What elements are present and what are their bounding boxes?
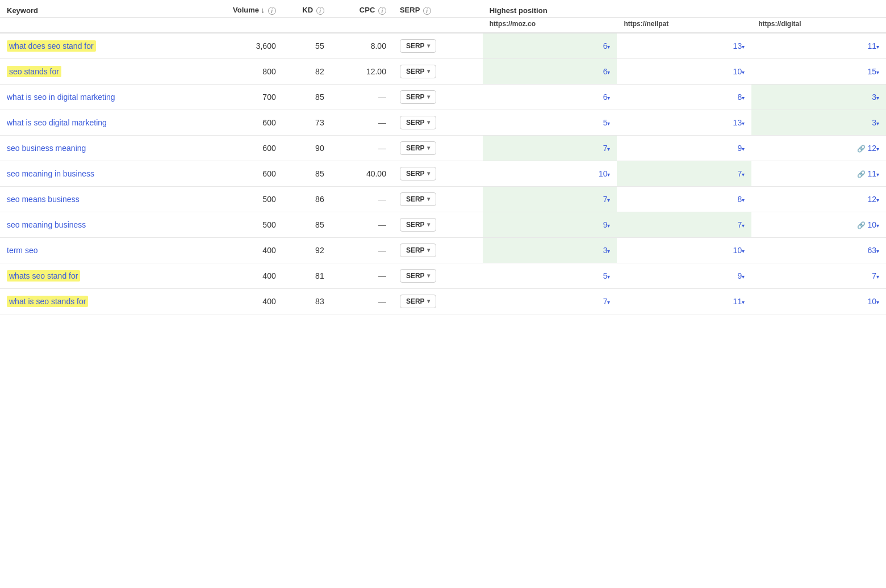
serp-label: SERP xyxy=(406,119,425,127)
position-value-3[interactable]: 🔗 11▾ xyxy=(857,169,879,178)
volume-subheader xyxy=(207,17,283,33)
position-down-arrow: ▾ xyxy=(876,299,879,305)
position-value-1[interactable]: 6▾ xyxy=(603,67,611,76)
keyword-link[interactable]: seo business meaning xyxy=(7,144,86,153)
position-value-1[interactable]: 5▾ xyxy=(603,271,611,280)
position-value-2[interactable]: 8▾ xyxy=(737,93,745,102)
position-value-3[interactable]: 63▾ xyxy=(867,246,879,255)
position-value-2[interactable]: 8▾ xyxy=(737,195,745,204)
keyword-cell: term seo xyxy=(0,237,207,263)
serp-button[interactable]: SERP ▾ xyxy=(400,192,436,206)
position-value-2[interactable]: 9▾ xyxy=(737,271,745,280)
position-value-1[interactable]: 9▾ xyxy=(603,220,611,229)
position-down-arrow: ▾ xyxy=(607,95,610,101)
position-cell-3: 10▾ xyxy=(751,288,886,314)
position-value-3[interactable]: 3▾ xyxy=(872,93,879,102)
keyword-link[interactable]: what does seo stand for xyxy=(7,40,96,52)
keyword-link[interactable]: seo meaning in business xyxy=(7,169,94,178)
position-down-arrow: ▾ xyxy=(742,146,745,152)
position-cell-1: 5▾ xyxy=(483,110,617,135)
serp-button[interactable]: SERP ▾ xyxy=(400,218,436,232)
serp-button[interactable]: SERP ▾ xyxy=(400,90,436,104)
position-value-1[interactable]: 7▾ xyxy=(603,195,611,204)
position-value-1[interactable]: 3▾ xyxy=(603,246,611,255)
cpc-cell: 8.00 xyxy=(331,33,393,59)
position-value-1[interactable]: 6▾ xyxy=(603,93,611,102)
position-down-arrow: ▾ xyxy=(607,120,610,127)
position-down-arrow: ▾ xyxy=(607,197,610,203)
serp-label: SERP xyxy=(406,42,425,50)
position-value-1[interactable]: 10▾ xyxy=(599,169,611,178)
cpc-cell: — xyxy=(331,186,393,212)
keyword-cell: what is seo in digital marketing xyxy=(0,84,207,110)
position-value-1[interactable]: 6▾ xyxy=(603,41,611,51)
serp-button[interactable]: SERP ▾ xyxy=(400,295,436,308)
volume-header[interactable]: Volume ↓ i xyxy=(207,0,283,17)
position-down-arrow: ▾ xyxy=(876,69,879,75)
keyword-subheader xyxy=(0,17,207,33)
keyword-link[interactable]: what is seo in digital marketing xyxy=(7,93,115,102)
position-value-3[interactable]: 🔗 12▾ xyxy=(857,144,879,153)
position-value-3[interactable]: 11▾ xyxy=(867,41,879,51)
cpc-cell: — xyxy=(331,135,393,161)
serp-cell: SERP ▾ xyxy=(393,110,483,135)
position-down-arrow: ▾ xyxy=(876,274,879,280)
volume-cell: 3,600 xyxy=(207,33,283,59)
keyword-link[interactable]: seo meaning business xyxy=(7,220,86,229)
serp-button[interactable]: SERP ▾ xyxy=(400,65,436,78)
position-down-arrow: ▾ xyxy=(607,44,610,50)
position-value-3[interactable]: 10▾ xyxy=(867,297,879,306)
keyword-link[interactable]: term seo xyxy=(7,246,37,255)
position-cell-3: 🔗 10▾ xyxy=(751,212,886,237)
keyword-link[interactable]: what is seo digital marketing xyxy=(7,118,107,127)
serp-button[interactable]: SERP ▾ xyxy=(400,116,436,129)
keyword-link[interactable]: seo means business xyxy=(7,195,80,204)
keyword-link[interactable]: what is seo stands for xyxy=(7,296,88,307)
position-value-2[interactable]: 10▾ xyxy=(733,246,745,255)
position-value-2[interactable]: 13▾ xyxy=(733,118,745,127)
position-value-3[interactable]: 15▾ xyxy=(867,67,879,76)
keyword-cell: seo meaning in business xyxy=(0,161,207,186)
position-cell-2: 13▾ xyxy=(617,33,751,59)
serp-button[interactable]: SERP ▾ xyxy=(400,141,436,155)
position-value-3[interactable]: 12▾ xyxy=(867,195,879,204)
keyword-link[interactable]: seo stands for xyxy=(7,66,61,77)
position-value-2[interactable]: 11▾ xyxy=(733,297,745,306)
position-value-1[interactable]: 7▾ xyxy=(603,144,611,153)
serp-button[interactable]: SERP ▾ xyxy=(400,243,436,257)
position-value-3[interactable]: 7▾ xyxy=(872,271,879,280)
position-cell-2: 10▾ xyxy=(617,237,751,263)
position-value-1[interactable]: 7▾ xyxy=(603,297,611,306)
serp-button[interactable]: SERP ▾ xyxy=(400,167,436,180)
position-down-arrow: ▾ xyxy=(876,222,879,229)
position-value-1[interactable]: 5▾ xyxy=(603,118,611,127)
keyword-link[interactable]: whats seo stand for xyxy=(7,270,80,282)
keyword-header: Keyword xyxy=(0,0,207,17)
position-down-arrow: ▾ xyxy=(742,171,745,178)
position-cell-1: 3▾ xyxy=(483,237,617,263)
position-value-2[interactable]: 7▾ xyxy=(737,220,745,229)
serp-header: SERP i xyxy=(393,0,483,17)
serp-dropdown-arrow: ▾ xyxy=(427,43,430,49)
serp-button[interactable]: SERP ▾ xyxy=(400,39,436,53)
position-value-2[interactable]: 7▾ xyxy=(737,169,745,178)
position-cell-2: 11▾ xyxy=(617,288,751,314)
position-down-arrow: ▾ xyxy=(876,197,879,203)
table-row: what is seo in digital marketing70085—SE… xyxy=(0,84,886,110)
volume-cell: 600 xyxy=(207,110,283,135)
position-value-2[interactable]: 13▾ xyxy=(733,41,745,51)
position-cell-3: 3▾ xyxy=(751,84,886,110)
cpc-cell: — xyxy=(331,237,393,263)
position-value-3[interactable]: 3▾ xyxy=(872,118,879,127)
table-row: what is seo digital marketing60073—SERP … xyxy=(0,110,886,135)
position-value-2[interactable]: 10▾ xyxy=(733,67,745,76)
cpc-cell: — xyxy=(331,110,393,135)
position-value-3[interactable]: 🔗 10▾ xyxy=(857,220,879,229)
cpc-header: CPC i xyxy=(331,0,393,17)
serp-button[interactable]: SERP ▾ xyxy=(400,269,436,283)
serp-subheader xyxy=(393,17,483,33)
kd-cell: 90 xyxy=(283,135,331,161)
position-value-2[interactable]: 9▾ xyxy=(737,144,745,153)
keyword-table: Keyword Volume ↓ i KD i CPC i SERP i xyxy=(0,0,886,314)
keyword-cell: seo stands for xyxy=(0,58,207,84)
